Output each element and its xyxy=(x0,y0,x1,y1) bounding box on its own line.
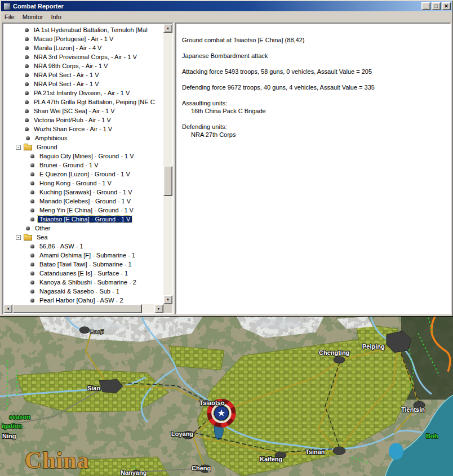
detail-line: Attacking force 5493 troops, 58 guns, 0 … xyxy=(182,68,445,75)
tree-item[interactable]: NRA Pol Sect - Air - 1 V xyxy=(3,79,163,88)
tree-item[interactable]: Manado [Celebes] - Ground - 1 V xyxy=(3,197,163,206)
tree-item[interactable]: Kanoya & Shibushi - Submarine - 2 xyxy=(3,278,163,287)
tree-item-label: PA 21st Infantry Division, - Air - 1 V xyxy=(32,90,131,96)
tree-item[interactable]: Brunei - Ground - 1 V xyxy=(3,161,163,170)
scrollbar-corner xyxy=(163,304,172,313)
bullet-icon xyxy=(25,37,29,41)
tree-item[interactable]: Batao [Tawi Tawi] - Submarine - 1 xyxy=(3,260,163,269)
map-label-boh: Boh xyxy=(426,433,438,439)
map-label-tsiaotso: Tsiaotso xyxy=(199,399,225,406)
tree-item[interactable]: Tsiaotso [E China] - Ground - 1 V xyxy=(3,215,163,224)
bullet-icon xyxy=(30,253,34,257)
bullet-icon xyxy=(30,190,34,194)
map-label-chengting: Chengting xyxy=(319,349,349,356)
scroll-down-button[interactable]: ▼ xyxy=(163,295,172,304)
tree-item[interactable]: Amami Oshima [F] - Submarine - 1 xyxy=(3,251,163,260)
tree-item-label: Brunei - Ground - 1 V xyxy=(38,162,100,168)
tree-item[interactable]: NRA Pol Sect - Air - 1 V xyxy=(3,70,163,79)
collapse-expander-icon[interactable]: - xyxy=(16,145,21,150)
bullet-icon xyxy=(25,64,29,68)
tree-item[interactable]: -Ground xyxy=(3,143,163,152)
scroll-up-button[interactable]: ▲ xyxy=(163,24,172,33)
bullet-icon xyxy=(30,263,34,266)
tree-item[interactable]: Baguio City [Mines] - Ground - 1 V xyxy=(3,152,163,161)
close-button[interactable]: ✕ xyxy=(442,2,451,10)
combat-tree: IA 1st Hyderabad Battalion, Temuloh [Mal… xyxy=(3,24,163,304)
bullet-icon xyxy=(25,127,29,131)
tree-item[interactable]: -Sea xyxy=(3,233,163,242)
detail-line: Japanese Bombardment attack xyxy=(182,52,445,60)
tree-item[interactable]: 56,86 - ASW - 1 xyxy=(3,242,163,251)
maximize-button[interactable]: □ xyxy=(432,2,441,10)
app-icon xyxy=(3,3,11,10)
tree-item-label: NRA 98th Corps, - Air - 1 V xyxy=(32,63,109,69)
tree-item-label: Catanduanes [E Is] - Surface - 1 xyxy=(38,270,130,277)
tree-item[interactable]: Manila [Luzon] - Air - 4 V xyxy=(3,43,163,52)
horizontal-scrollbar[interactable]: ◄ ► xyxy=(3,304,163,313)
tree-item-label: Hong Kong - Ground - 1 V xyxy=(38,180,113,186)
tree-item[interactable]: Nagasaki & Sasebo - Sub - 1 xyxy=(3,287,163,296)
combat-reporter-window: Combat Reporter _ □ ✕ FileMonitorInfo IA… xyxy=(0,0,453,476)
bullet-icon xyxy=(30,217,34,221)
map-panel: BaojiPeipingChengtingSianTsiaotsoTientsi… xyxy=(0,316,453,476)
tree-item[interactable]: PLA 47th Grilla Rgt Battalion, Peiping [… xyxy=(3,97,163,106)
bullet-icon xyxy=(25,82,29,86)
detail-line: Assaulting units: xyxy=(182,99,445,107)
tree-item-label: Sea xyxy=(35,234,50,241)
tree-item-label: Victoria Point/Rub - Air - 1 V xyxy=(32,117,113,123)
bullet-icon xyxy=(30,272,34,275)
tree-item[interactable]: E Quezon [Luzon] - Ground - 1 V xyxy=(3,170,163,179)
menu-item-info[interactable]: Info xyxy=(47,12,65,21)
vertical-scrollbar-thumb[interactable] xyxy=(163,166,172,196)
vertical-scrollbar[interactable]: ▲ ▼ xyxy=(163,24,172,304)
tree-item[interactable]: Hong Kong - Ground - 1 V xyxy=(3,179,163,188)
tree-item[interactable]: Kuching [Sarawak] - Ground - 1 V xyxy=(3,188,163,197)
bullet-icon xyxy=(30,281,34,284)
map-label-loyang: Loyang xyxy=(171,430,193,437)
tree-item[interactable]: Catanduanes [E Is] - Surface - 1 xyxy=(3,269,163,278)
map-label-cheng: Cheng xyxy=(192,465,211,471)
tree-item[interactable]: Macao [Portugese] - Air - 1 V xyxy=(3,34,163,43)
tree-item-label: Kanoya & Shibushi - Submarine - 2 xyxy=(38,279,138,286)
tree-item[interactable]: Meng Yin [E China] - Ground - 1 V xyxy=(3,206,163,215)
collapse-expander-icon[interactable]: - xyxy=(16,235,21,240)
tree-item[interactable]: Other xyxy=(3,224,163,233)
map-label-baoji: Baoji xyxy=(90,328,104,335)
tree-item-label: Manado [Celebes] - Ground - 1 V xyxy=(38,198,132,204)
bullet-icon xyxy=(26,136,30,140)
tree-item[interactable]: Amphibious xyxy=(3,134,163,143)
tree-item-label: E Quezon [Luzon] - Ground - 1 V xyxy=(38,171,132,177)
tree-item-label: Macao [Portugese] - Air - 1 V xyxy=(32,35,115,42)
bullet-icon xyxy=(30,299,34,302)
map-canvas[interactable]: BaojiPeipingChengtingSianTsiaotsoTientsi… xyxy=(0,317,453,476)
bullet-icon xyxy=(25,118,29,122)
tree-item[interactable]: IA 1st Hyderabad Battalion, Temuloh [Mal xyxy=(3,25,163,34)
map-label-sian: Sian xyxy=(87,385,101,392)
horizontal-scrollbar-thumb[interactable] xyxy=(12,304,142,313)
minimize-button[interactable]: _ xyxy=(421,2,430,10)
tree-item-label: Pearl Harbor [Oahu] - ASW - 2 xyxy=(38,297,125,304)
menu-item-file[interactable]: File xyxy=(1,12,19,21)
tree-item[interactable]: Wuzhi Shan Force - Air - 1 V xyxy=(3,124,163,134)
bullet-icon xyxy=(25,91,29,95)
tree-item[interactable]: PA 21st Infantry Division, - Air - 1 V xyxy=(3,88,163,97)
tree-item[interactable]: Shan Wei [SC Sea] - Air - 1 V xyxy=(3,106,163,115)
scroll-left-button[interactable]: ◄ xyxy=(3,304,12,313)
title-bar[interactable]: Combat Reporter _ □ ✕ xyxy=(1,1,452,11)
map-label-kaifeng: Kaifeng xyxy=(260,456,282,462)
scroll-right-button[interactable]: ► xyxy=(154,304,163,313)
detail-line: Defending force 9672 troops, 40 guns, 4 … xyxy=(182,83,445,91)
tree-item-label: NRA 3rd Provisional Corps, - Air - 1 V xyxy=(32,54,139,60)
map-label-tsinan: Tsinan xyxy=(305,448,325,455)
tree-item[interactable]: Pearl Harbor [Oahu] - ASW - 2 xyxy=(3,296,163,304)
tree-item[interactable]: Victoria Point/Rub - Air - 1 V xyxy=(3,115,163,124)
tree-item-label: PLA 47th Grilla Rgt Battalion, Peiping [… xyxy=(32,99,157,105)
tree-item-label: Other xyxy=(33,225,52,232)
tree-item[interactable]: NRA 3rd Provisional Corps, - Air - 1 V xyxy=(3,52,163,61)
bullet-icon xyxy=(30,244,34,248)
detail-line: NRA 27th Corps xyxy=(182,131,445,139)
tree-item-label: Kuching [Sarawak] - Ground - 1 V xyxy=(38,189,134,195)
map-label-china: China xyxy=(25,447,90,473)
menu-item-monitor[interactable]: Monitor xyxy=(19,12,48,21)
tree-item[interactable]: NRA 98th Corps, - Air - 1 V xyxy=(3,61,163,70)
